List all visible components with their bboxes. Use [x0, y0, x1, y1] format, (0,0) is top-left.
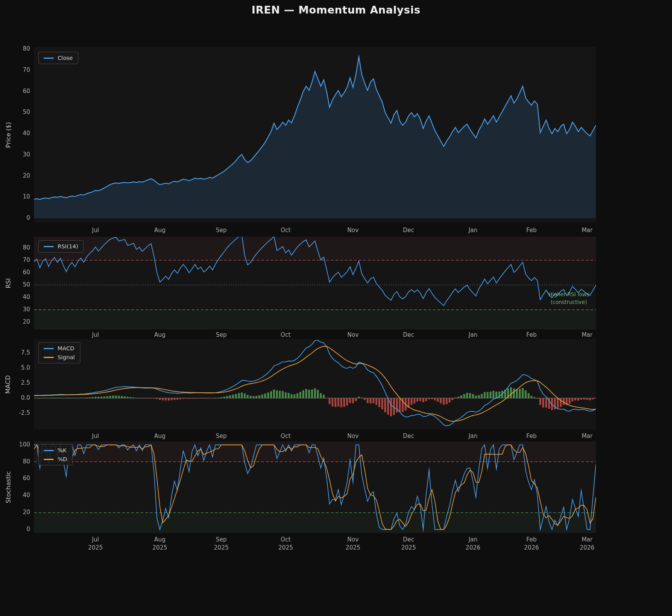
price-legend: Close: [38, 52, 78, 64]
rsi-annotation-line1: Higher RSI lows: [539, 290, 598, 298]
macd-line-swatch: [44, 348, 54, 349]
rsi-annotation: Higher RSI lows (constructive): [539, 290, 598, 306]
legend-item-close: Close: [44, 55, 73, 61]
macd-axis-label: MACD: [2, 351, 14, 417]
legend-label-rsi: RSI(14): [58, 243, 78, 249]
macd-legend: MACD Signal: [38, 342, 80, 363]
legend-label-macd: MACD: [58, 345, 74, 351]
signal-line-swatch: [44, 357, 54, 358]
price-axis-label: Price ($): [2, 102, 14, 168]
rsi-legend: RSI(14): [38, 240, 83, 253]
rsi-line-swatch: [44, 246, 54, 247]
legend-item-signal: Signal: [44, 354, 75, 360]
close-line-swatch: [44, 58, 54, 59]
legend-label-signal: Signal: [58, 354, 75, 360]
legend-item-percent-k: %K: [44, 447, 67, 453]
legend-label-percent-k: %K: [58, 447, 66, 453]
rsi-annotation-line2: (constructive): [539, 298, 598, 306]
legend-item-percent-d: %D: [44, 456, 67, 462]
stoch-legend: %K %D: [38, 444, 73, 465]
price-axis-label-text: Price ($): [5, 122, 12, 148]
stoch-axis-label-text: Stochastic: [5, 471, 12, 503]
chart-title: IREN — Momentum Analysis: [0, 4, 672, 16]
percent-d-line-swatch: [44, 459, 54, 460]
legend-item-rsi: RSI(14): [44, 243, 78, 249]
chart-canvas: [0, 0, 672, 616]
figure-root: IREN — Momentum Analysis Price ($) RSI M…: [0, 0, 672, 616]
stoch-axis-label: Stochastic: [2, 454, 14, 520]
rsi-axis-label-text: RSI: [5, 278, 12, 288]
rsi-axis-label: RSI: [2, 250, 14, 316]
legend-item-macd: MACD: [44, 345, 75, 351]
legend-label-close: Close: [58, 55, 73, 61]
legend-label-percent-d: %D: [58, 456, 67, 462]
macd-axis-label-text: MACD: [5, 375, 12, 394]
percent-k-line-swatch: [44, 450, 54, 451]
